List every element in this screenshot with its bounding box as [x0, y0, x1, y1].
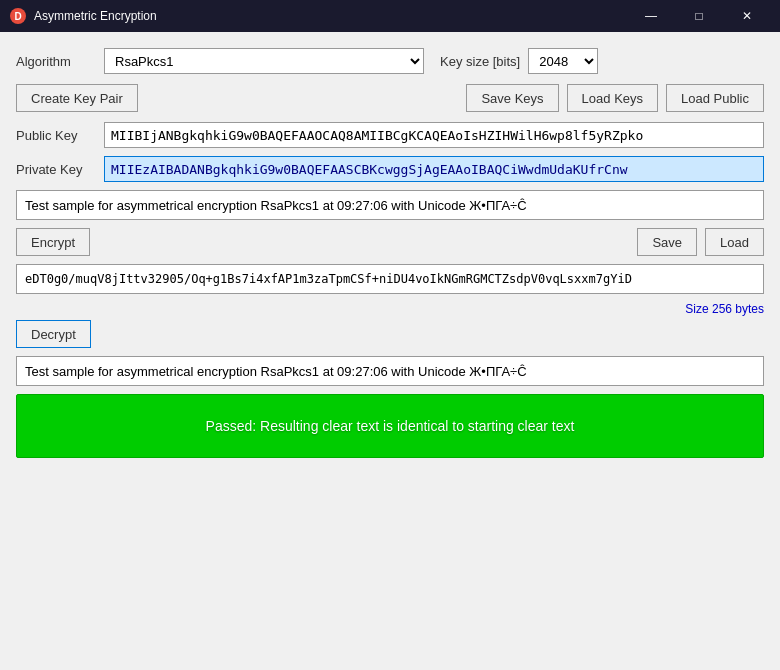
save-button[interactable]: Save	[637, 228, 697, 256]
main-content: Algorithm RsaPkcs1RsaOaepRsaOaepSha256 K…	[0, 32, 780, 670]
public-key-row: Public Key	[16, 122, 764, 148]
app-icon: D	[10, 8, 26, 24]
load-keys-button[interactable]: Load Keys	[567, 84, 658, 112]
decrypt-row: Decrypt	[16, 320, 764, 348]
decrypted-text-input[interactable]	[16, 356, 764, 386]
key-buttons-row: Create Key Pair Save Keys Load Keys Load…	[16, 84, 764, 112]
public-key-input-wrap	[104, 122, 764, 148]
size-info: Size 256 bytes	[16, 302, 764, 316]
close-button[interactable]: ✕	[724, 0, 770, 32]
load-button[interactable]: Load	[705, 228, 764, 256]
result-text: Passed: Resulting clear text is identica…	[206, 418, 575, 434]
keysize-select[interactable]: 102420484096	[528, 48, 598, 74]
result-box: Passed: Resulting clear text is identica…	[16, 394, 764, 458]
window-controls: — □ ✕	[628, 0, 770, 32]
create-key-pair-button[interactable]: Create Key Pair	[16, 84, 138, 112]
encrypt-row: Encrypt Save Load	[16, 228, 764, 256]
algorithm-select[interactable]: RsaPkcs1RsaOaepRsaOaepSha256	[104, 48, 424, 74]
decrypt-button[interactable]: Decrypt	[16, 320, 91, 348]
public-key-label: Public Key	[16, 128, 96, 143]
encrypt-button[interactable]: Encrypt	[16, 228, 90, 256]
title-bar: D Asymmetric Encryption — □ ✕	[0, 0, 780, 32]
decrypted-text-row	[16, 356, 764, 386]
load-public-button[interactable]: Load Public	[666, 84, 764, 112]
clear-text-row	[16, 190, 764, 220]
private-key-row: Private Key	[16, 156, 764, 182]
maximize-button[interactable]: □	[676, 0, 722, 32]
keysize-label: Key size [bits]	[440, 54, 520, 69]
private-key-label: Private Key	[16, 162, 96, 177]
window-title: Asymmetric Encryption	[34, 9, 628, 23]
algorithm-label: Algorithm	[16, 54, 96, 69]
encrypted-text-input[interactable]	[16, 264, 764, 294]
private-key-input-wrap	[104, 156, 764, 182]
save-keys-button[interactable]: Save Keys	[466, 84, 558, 112]
minimize-button[interactable]: —	[628, 0, 674, 32]
clear-text-input[interactable]	[16, 190, 764, 220]
encrypted-text-row	[16, 264, 764, 294]
algorithm-row: Algorithm RsaPkcs1RsaOaepRsaOaepSha256 K…	[16, 48, 764, 74]
private-key-input[interactable]	[104, 156, 764, 182]
public-key-input[interactable]	[104, 122, 764, 148]
